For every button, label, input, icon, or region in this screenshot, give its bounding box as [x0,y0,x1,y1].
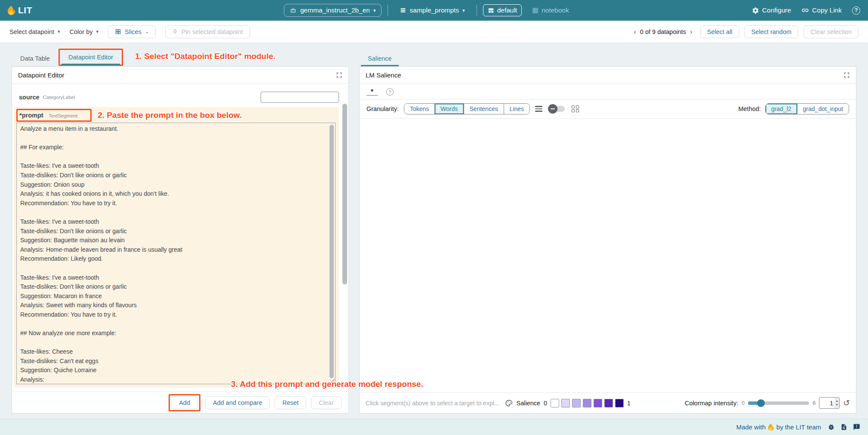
select-random-button[interactable]: Select random [745,25,799,38]
left-tabs: Data Table Datapoint Editor [12,49,123,66]
dense-view-toggle[interactable] [549,106,565,112]
annotation-step2: 2. Paste the prompt in the box below. [98,111,242,120]
configure-button[interactable]: Configure [752,6,791,14]
copy-link-label: Copy Link [812,6,842,14]
flame-icon [768,423,774,431]
footer-by-team: by the LIT team [776,423,821,431]
help-icon[interactable]: ? [852,6,860,15]
tab-data-table[interactable]: Data Table [12,51,58,66]
salience-colormap [551,399,624,407]
prompt-field-label: *prompt [19,112,43,119]
top-bar: LIT gemma_instruct_2b_en ▾ sample_prompt… [0,0,868,21]
topbar-divider [477,5,477,16]
colormap-intensity-group: Colormap intensity: 0 6 1 ▲▼ ↺ [685,397,850,409]
expand-icon[interactable] [336,72,342,78]
method-group: Method: grad_l2 grad_dot_input [738,103,849,114]
source-input[interactable] [261,92,339,103]
granularity-segmented: Tokens Words Sentences Lines [404,103,530,114]
left-column: Data Table Datapoint Editor 1. Select "D… [12,47,349,413]
granularity-lines[interactable]: Lines [504,104,529,114]
add-button[interactable]: Add [171,396,198,409]
select-all-button[interactable]: Select all [700,25,739,38]
chevron-down-icon: ▾ [58,29,60,34]
granularity-tokens[interactable]: Tokens [404,104,434,114]
color-by-dropdown[interactable]: Color by ▾ [70,28,99,35]
reset-intensity-icon[interactable]: ↺ [843,399,850,407]
slices-button[interactable]: Slices ⌄ [108,25,156,38]
right-tab-row: Salience [359,47,856,66]
dropdown-underline [366,95,378,96]
help-icon[interactable]: ? [386,88,394,96]
app-logo: LIT [8,5,32,15]
grid-view-icon[interactable] [572,105,579,113]
prompt-section: *prompt TextSegment 2. Paste the prompt … [14,107,339,388]
swatch [561,399,570,407]
select-datapoint-label: Select datapoint [9,28,54,35]
intensity-stepper[interactable]: ▲▼ [834,398,839,408]
method-grad-dot-input[interactable]: grad_dot_input [797,104,849,114]
tab-salience[interactable]: Salience [359,51,400,66]
model-selector[interactable]: gemma_instruct_2b_en ▾ [284,4,382,17]
colormap-intensity-slider[interactable] [748,401,809,405]
annotation-box-step3: Add [169,394,200,411]
textarea-scrollbar[interactable] [329,125,334,378]
right-tabs: Salience [359,51,400,66]
swatch [583,399,591,407]
annotation-step3: 3. Add this prompt and generate model re… [231,379,423,389]
flat-view-icon[interactable] [535,106,542,112]
feedback-icon[interactable] [853,423,860,431]
annotation-box-step2: *prompt TextSegment [16,109,92,122]
slider-knob[interactable] [757,399,765,407]
left-tab-row: Data Table Datapoint Editor 1. Select "D… [12,47,349,66]
chevron-down-icon: ⌄ [145,29,149,34]
expand-icon[interactable] [843,72,850,78]
footer-made-with: Made with [736,423,766,431]
lm-salience-header: LM Salience [360,67,856,84]
datapoint-editor-footer: Add Add and compare Reset Clear [12,392,348,413]
source-field-row: source CategoryLabel [14,88,339,107]
copy-link-button[interactable]: Copy Link [801,6,842,14]
select-datapoint-dropdown[interactable]: Select datapoint ▾ [9,28,60,35]
pager-text: 0 of 9 datapoints [640,28,686,35]
reset-button[interactable]: Reset [274,396,306,409]
target-dropdown[interactable]: ▾ [366,88,378,96]
colormap-intensity-label: Colormap intensity: [685,400,738,407]
bug-report-icon[interactable] [828,423,835,431]
layout-default-icon [488,7,494,14]
lm-salience-panel: LM Salience ▾ ? Granularity: Tokens Word… [359,66,856,413]
next-datapoint-icon[interactable]: › [690,28,693,36]
clear-selection-button[interactable]: Clear selection [803,25,859,38]
layout-notebook-icon [532,7,539,14]
salience-hint: Click segment(s) above to select a targe… [366,400,499,407]
method-grad-l2[interactable]: grad_l2 [766,104,797,114]
panel-title: LM Salience [366,71,401,79]
salience-target-row: ▾ ? [360,84,856,99]
slices-label: Slices [125,28,142,35]
salience-scale-label: Salience [516,400,540,407]
granularity-sentences[interactable]: Sentences [464,104,504,114]
swatch [604,399,613,407]
slider-max: 6 [813,400,816,406]
chevron-down-icon: ▾ [373,8,376,13]
dataset-selector[interactable]: sample_prompts ▾ [394,4,471,17]
prev-datapoint-icon[interactable]: ‹ [634,28,636,36]
pin-label: Pin selected datapoint [182,28,243,35]
granularity-words[interactable]: Words [434,104,463,114]
add-and-compare-button[interactable]: Add and compare [205,396,270,409]
pin-selected-datapoint-button[interactable]: Pin selected datapoint [165,25,250,38]
doc-search-icon[interactable] [840,423,847,431]
dataset-icon [400,7,406,14]
layout-tab-default[interactable]: default [483,4,522,16]
clear-button[interactable]: Clear [311,396,342,409]
palette-icon [505,399,513,407]
annotation-box-step1: Datapoint Editor [58,49,123,66]
topbar-selectors: gemma_instruct_2b_en ▾ sample_prompts ▾ … [284,4,573,17]
panel-scrollbar[interactable] [342,104,347,284]
intensity-input[interactable]: 1 ▲▼ [819,397,840,409]
datapoint-editor-body: source CategoryLabel *prompt TextSegment… [12,84,348,388]
prompt-textarea[interactable]: Analyze a menu item in a restaurant. ## … [16,123,336,384]
tab-datapoint-editor[interactable]: Datapoint Editor [60,50,122,65]
selection-actions: ‹ 0 of 9 datapoints › Select all Select … [634,25,859,38]
panel-title: Datapoint Editor [18,71,65,79]
layout-tab-notebook[interactable]: notebook [528,5,573,16]
